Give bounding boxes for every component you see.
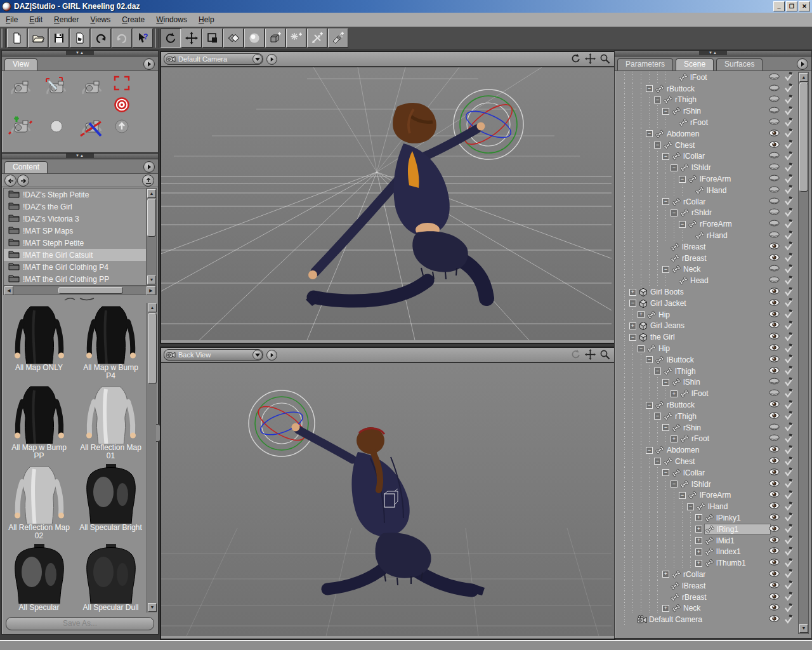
selectable-check-icon[interactable] (784, 534, 794, 547)
collapse-minus[interactable]: − (654, 142, 661, 149)
thumbnail-all-map-w-bump-pp[interactable]: All Map w Bump PP (4, 384, 74, 460)
collapse-minus[interactable]: − (662, 198, 669, 205)
selectable-check-icon[interactable] (784, 421, 794, 434)
eye-closed-icon[interactable] (769, 276, 780, 285)
selectable-check-icon[interactable] (784, 602, 794, 614)
expand-plus[interactable]: + (695, 548, 702, 555)
eye-closed-icon[interactable] (769, 107, 780, 116)
selectable-check-icon[interactable] (784, 196, 794, 208)
eye-closed-icon[interactable] (769, 434, 780, 443)
thumbnail-all-reflection-map-01[interactable]: All Reflection Map 01 (76, 384, 145, 460)
tree-item-chest[interactable]: −Chest (616, 456, 810, 467)
eye-closed-icon[interactable] (769, 197, 780, 206)
collapse-minus[interactable]: − (646, 402, 653, 409)
thumbnail-all-reflection-map-02[interactable]: All Reflection Map 02 (4, 464, 74, 540)
selectable-check-icon[interactable] (784, 128, 794, 140)
tree-item-neck[interactable]: −Neck (616, 264, 810, 275)
eye-open-icon[interactable] (769, 401, 780, 409)
expand-plus[interactable]: + (695, 560, 702, 567)
collapse-minus[interactable]: − (662, 266, 669, 273)
rotate-tool-button[interactable] (160, 29, 181, 48)
view-panel-menu-button[interactable] (143, 58, 155, 70)
menu-windows[interactable]: Windows (150, 13, 193, 26)
tree-item-abdomen[interactable]: −Abdomen (616, 128, 810, 140)
tree-item-lcollar[interactable]: −lCollar (616, 467, 810, 479)
collapse-minus[interactable]: − (646, 130, 653, 137)
scene-panel-menu-button[interactable] (797, 58, 808, 70)
rotate-camera-button[interactable] (74, 74, 110, 103)
selectable-check-icon[interactable] (784, 388, 794, 400)
tree-item-lshldr[interactable]: −lShldr (616, 479, 810, 490)
selectable-check-icon[interactable] (784, 591, 794, 603)
back-button[interactable] (4, 175, 16, 187)
girl-figure-back[interactable] (292, 423, 485, 596)
collapse-minus[interactable]: − (671, 481, 678, 488)
eye-open-icon[interactable] (769, 525, 780, 534)
content-splitter-handle[interactable] (2, 295, 158, 303)
tree-item-lfoot[interactable]: +lFoot (616, 388, 810, 399)
thumbnail-all-specular-bright[interactable]: All Specular Bright (76, 464, 145, 540)
tree-item-rshin[interactable]: −rShin (616, 422, 810, 434)
selectable-check-icon[interactable] (784, 399, 794, 411)
collapse-minus[interactable]: − (654, 458, 661, 465)
title-bar[interactable]: DAZ|Studio - GIRL Kneeling 02.daz _ ❐ ✕ (0, 0, 812, 13)
tree-item-lhand[interactable]: −lHand (616, 501, 810, 512)
selectable-check-icon[interactable] (784, 252, 794, 264)
redo-button[interactable] (112, 29, 132, 48)
selectable-check-icon[interactable] (784, 501, 794, 513)
tree-item-lshldr[interactable]: −lShldr (616, 162, 810, 173)
thumbnail-all-map-w-bump-p4[interactable]: All Map w Bump P4 (76, 304, 145, 380)
expand-plus[interactable]: + (629, 322, 636, 329)
eye-open-icon[interactable] (769, 491, 780, 500)
restore-button[interactable]: ❐ (786, 1, 797, 11)
orbit-camera-button[interactable] (3, 74, 39, 103)
tree-item-girl-boots[interactable]: +Girl Boots (616, 286, 810, 298)
folder--mat-steph-petite[interactable]: !MAT Steph Petite (4, 237, 156, 249)
collapse-minus[interactable]: − (679, 176, 686, 183)
tree-item-hip[interactable]: +Hip (616, 309, 810, 321)
pan-camera-button[interactable] (3, 113, 39, 142)
tree-item-default-camera[interactable]: Default Camera (616, 614, 810, 625)
selectable-check-icon[interactable] (784, 410, 794, 422)
folder-list-hscrollbar[interactable]: ◀ ▶ (3, 286, 157, 295)
create-node-button[interactable] (265, 29, 285, 48)
selectable-check-icon[interactable] (784, 331, 794, 343)
pan-view-tool[interactable] (585, 349, 596, 362)
tree-item-lring1[interactable]: +lRing1 (616, 524, 810, 535)
tree-item-rthigh[interactable]: −rThigh (616, 95, 810, 106)
collapse-minus[interactable]: − (679, 492, 686, 499)
eye-open-icon[interactable] (769, 514, 780, 522)
eye-open-icon[interactable] (769, 570, 780, 579)
collapse-minus[interactable]: − (662, 469, 669, 476)
create-camera-button[interactable] (307, 29, 327, 48)
tree-item-rfoot[interactable]: +rFoot (616, 434, 810, 445)
folder--daz-s-victoria-3[interactable]: !DAZ's Victoria 3 (4, 213, 156, 225)
selectable-check-icon[interactable] (784, 230, 794, 242)
tree-item-lbreast[interactable]: lBreast (616, 580, 810, 592)
scrollbar-thumb[interactable] (799, 83, 808, 192)
selectable-check-icon[interactable] (784, 546, 794, 558)
scroll-right-arrow[interactable]: ▶ (147, 286, 155, 295)
eye-closed-icon[interactable] (769, 163, 780, 172)
selectable-check-icon[interactable] (784, 173, 794, 185)
selectable-check-icon[interactable] (784, 207, 794, 219)
selectable-check-icon[interactable] (784, 478, 794, 490)
collapse-minus[interactable]: − (629, 334, 636, 341)
scrollbar-thumb[interactable] (58, 287, 123, 294)
scroll-down-arrow[interactable]: ▼ (147, 275, 156, 284)
selectable-check-icon[interactable] (784, 105, 794, 117)
perspective-sphere-button[interactable] (39, 113, 74, 142)
selectable-check-icon[interactable] (784, 354, 794, 366)
selectable-check-icon[interactable] (784, 343, 794, 355)
folder-list-vscrollbar[interactable]: ▲ ▼ (146, 189, 156, 285)
expand-plus[interactable]: + (671, 390, 678, 397)
menu-edit[interactable]: Edit (23, 13, 48, 26)
create-spotlight-button[interactable] (328, 29, 348, 48)
menu-create[interactable]: Create (116, 13, 150, 26)
expand-plus[interactable]: + (662, 571, 669, 578)
expand-plus[interactable]: + (695, 514, 702, 521)
eye-closed-icon[interactable] (769, 95, 780, 104)
tab-content[interactable]: Content (4, 161, 48, 173)
collapse-minus[interactable]: − (671, 209, 678, 216)
collapse-minus[interactable]: − (654, 413, 661, 420)
